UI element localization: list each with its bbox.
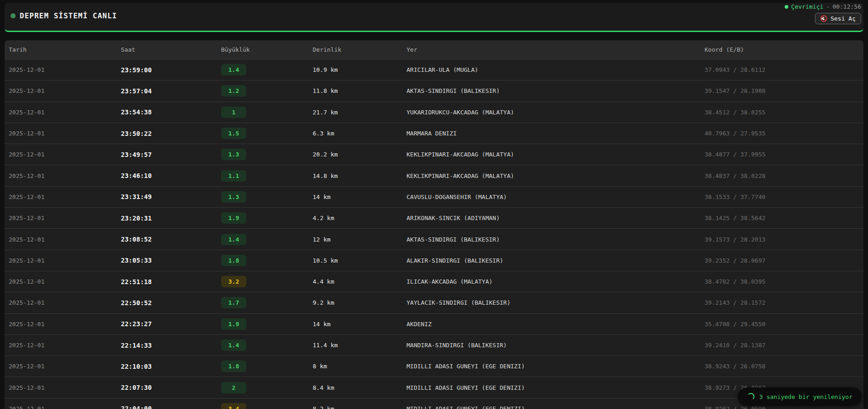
cell-time: 23:50:22 [121,130,221,137]
cell-date: 2025-12-01 [9,109,121,116]
cell-location: ARICILAR-ULA (MUGLA) [407,66,705,73]
cell-location: KEKLIKPINARI-AKCADAG (MALATYA) [407,151,705,158]
magnitude-badge: 1.3 [221,191,246,203]
cell-location: MIDILLI ADASI GUNEYI (EGE DENIZI) [407,384,705,391]
cell-time: 22:14:33 [121,342,221,349]
cell-magnitude: 3.4 [221,403,313,409]
cell-depth: 14.8 km [313,172,407,179]
cell-date: 2025-12-01 [9,194,121,200]
cell-date: 2025-12-01 [9,87,121,94]
cell-time: 23:05:33 [121,257,221,264]
cell-date: 2025-12-01 [9,172,121,179]
cell-magnitude: 1.8 [221,255,313,266]
cell-depth: 11.4 km [313,342,407,349]
cell-coords: 38.9243 / 26.0758 [705,363,863,370]
cell-coords: 35.4708 / 29.4550 [705,321,863,328]
cell-coords: 39.1573 / 28.2013 [705,236,863,243]
table-row: 2025-12-01 23:49:57 1.3 20.2 km KEKLIKPI… [5,144,863,165]
cell-time: 23:59:00 [121,66,221,74]
col-header-coords: Koord (E/B) [705,46,863,53]
cell-magnitude: 1.8 [221,361,313,372]
online-dot-icon [785,5,788,9]
refresh-toast-text: 3 saniyede bir yenileniyor [760,393,853,400]
table-row: 2025-12-01 23:31:49 1.3 14 km CAVUSLU-DO… [5,186,863,207]
cell-magnitude: 2 [221,382,313,393]
magnitude-badge: 1.7 [221,297,246,308]
sound-muted-icon [820,15,827,22]
cell-coords: 39.2410 / 28.1387 [705,342,863,349]
cell-magnitude: 1 [221,107,313,118]
cell-time: 22:10:03 [121,363,221,370]
connection-status: Çevrimiçi - 00:12:56 [785,3,861,10]
cell-location: MANDIRA-SINDIRGI (BALIKESIR) [407,342,705,349]
table-header-row: Tarih Saat Büyüklük Derinlik Yer Koord (… [5,40,863,59]
cell-depth: 8.2 km [313,405,407,409]
cell-time: 22:50:52 [121,299,221,307]
magnitude-badge: 1.8 [221,255,246,266]
cell-date: 2025-12-01 [9,236,121,243]
cell-magnitude: 1.4 [221,64,313,75]
magnitude-badge: 1.4 [221,234,246,245]
table-row: 2025-12-01 23:50:22 1.5 6.3 km MARMARA D… [5,123,863,144]
enable-sound-label: Sesi Aç [830,15,856,22]
table-row: 2025-12-01 22:04:00 3.4 8.2 km MIDILLI A… [5,398,863,409]
cell-magnitude: 1.4 [221,339,313,351]
cell-date: 2025-12-01 [9,278,121,285]
cell-depth: 14 km [313,321,407,328]
cell-date: 2025-12-01 [9,342,121,349]
cell-magnitude: 1.5 [221,128,313,139]
magnitude-badge: 1.4 [221,339,246,351]
cell-location: ALAKIR-SINDIRGI (BALIKESIR) [407,257,705,264]
magnitude-badge: 1 [221,107,246,118]
cell-depth: 8 km [313,363,407,370]
magnitude-badge: 1.2 [221,85,246,97]
cell-depth: 11.8 km [313,87,407,94]
cell-location: MIDILLI ADASI GUNEYI (EGE DENIZI) [407,363,705,370]
cell-time: 23:20:31 [121,215,221,222]
cell-magnitude: 3.2 [221,276,313,287]
cell-time: 22:04:00 [121,405,221,409]
magnitude-badge: 1.4 [221,64,246,75]
cell-time: 23:57:04 [121,87,221,95]
cell-coords: 38.4837 / 38.0228 [705,172,863,179]
cell-depth: 10.9 km [313,66,407,73]
table-row: 2025-12-01 23:20:31 1.9 4.2 km ARIKONAK-… [5,207,863,228]
cell-time: 22:07:30 [121,384,221,391]
col-header-location: Yer [407,46,705,53]
col-header-time: Saat [121,46,221,53]
table-row: 2025-12-01 23:46:10 1.1 14.8 km KEKLIKPI… [5,165,863,186]
cell-location: MARMARA DENIZI [407,130,705,137]
magnitude-badge: 3.4 [221,403,246,409]
status-separator: - [826,3,830,10]
table-row: 2025-12-01 22:50:52 1.7 9.2 km YAYLACIK-… [5,292,863,313]
refresh-spinner-icon [747,393,754,400]
col-header-date: Tarih [9,46,121,53]
cell-time: 23:46:10 [121,172,221,179]
earthquake-table: Tarih Saat Büyüklük Derinlik Yer Koord (… [5,40,863,409]
cell-magnitude: 1.1 [221,170,313,182]
magnitude-badge: 1.1 [221,170,246,182]
cell-date: 2025-12-01 [9,363,121,370]
cell-date: 2025-12-01 [9,299,121,306]
cell-coords: 37.0943 / 28.6112 [705,66,863,73]
cell-date: 2025-12-01 [9,215,121,221]
cell-magnitude: 1.9 [221,318,313,330]
uptime-counter: 00:12:56 [832,3,861,10]
cell-date: 2025-12-01 [9,151,121,158]
cell-date: 2025-12-01 [9,130,121,137]
col-header-magnitude: Büyüklük [221,46,313,53]
cell-time: 23:49:57 [121,151,221,158]
enable-sound-button[interactable]: Sesi Aç [815,13,861,24]
cell-coords: 38.1425 / 38.5642 [705,215,863,221]
cell-depth: 4.2 km [313,215,407,221]
cell-coords: 38.4512 / 38.0255 [705,109,863,116]
status-area: Çevrimiçi - 00:12:56 Sesi Aç [785,3,861,24]
cell-date: 2025-12-01 [9,321,121,328]
cell-time: 22:23:27 [121,320,221,328]
table-row: 2025-12-01 23:59:00 1.4 10.9 km ARICILAR… [5,59,863,80]
cell-magnitude: 1.9 [221,212,313,224]
cell-time: 22:51:18 [121,278,221,285]
cell-magnitude: 1.4 [221,234,313,245]
cell-depth: 10.5 km [313,257,407,264]
cell-depth: 21.7 km [313,109,407,116]
